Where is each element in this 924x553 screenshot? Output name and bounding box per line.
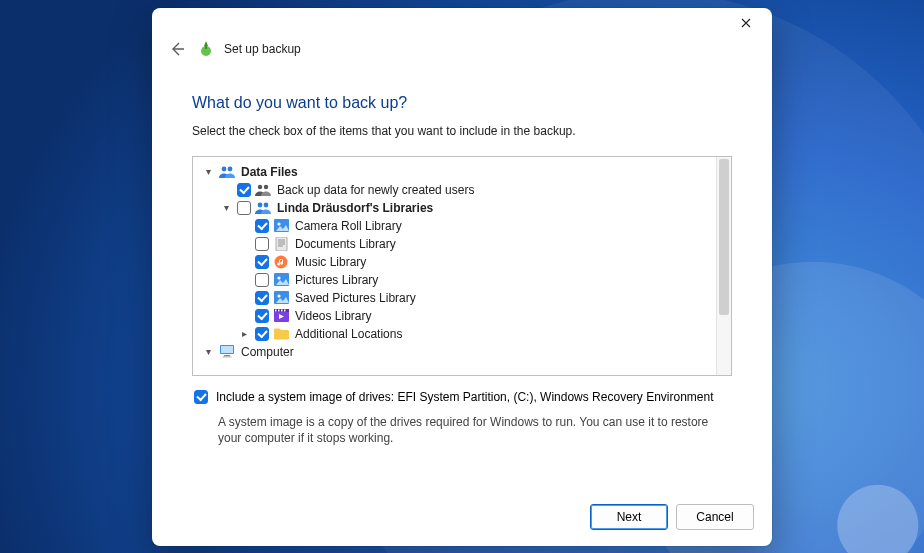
picture-library-icon — [273, 218, 289, 234]
svg-point-2 — [222, 166, 227, 171]
tree-node-data-files[interactable]: ▾ Data Files — [201, 163, 710, 181]
system-image-description: A system image is a copy of the drives r… — [218, 414, 732, 446]
folder-icon — [273, 326, 289, 342]
svg-point-7 — [264, 202, 269, 207]
picture-library-icon — [273, 272, 289, 288]
system-image-label: Include a system image of drives: EFI Sy… — [216, 390, 714, 404]
svg-point-6 — [258, 202, 263, 207]
checkbox[interactable] — [255, 309, 269, 323]
window-close-button[interactable] — [726, 9, 766, 37]
chevron-right-icon[interactable]: ▸ — [237, 325, 251, 343]
checkbox[interactable] — [255, 255, 269, 269]
tree-label: Camera Roll Library — [293, 217, 402, 235]
wizard-header: Set up backup — [152, 38, 772, 68]
tree-scroll-area[interactable]: ▾ Data Files Back up data for newly crea… — [193, 157, 716, 375]
svg-point-13 — [277, 276, 280, 279]
back-button[interactable] — [166, 38, 188, 60]
tree-node-saved-pictures[interactable]: Saved Pictures Library — [201, 289, 710, 307]
tree-label: Additional Locations — [293, 325, 402, 343]
tree-label: Saved Pictures Library — [293, 289, 416, 307]
svg-rect-24 — [224, 355, 230, 356]
tree-label: Music Library — [293, 253, 366, 271]
tree-label: Back up data for newly created users — [275, 181, 474, 199]
tree-label: Data Files — [239, 163, 298, 181]
desktop-wallpaper: Set up backup What do you want to back u… — [0, 0, 924, 553]
page-instruction: Select the check box of the items that y… — [192, 124, 732, 138]
close-icon — [741, 18, 751, 28]
page-heading: What do you want to back up? — [192, 94, 732, 112]
tree-node-additional-locations[interactable]: ▸ Additional Locations — [201, 325, 710, 343]
svg-point-3 — [228, 166, 233, 171]
tree-label: Videos Library — [293, 307, 372, 325]
backup-items-tree: ▾ Data Files Back up data for newly crea… — [192, 156, 732, 376]
checkbox[interactable] — [255, 273, 269, 287]
users-group-icon — [219, 164, 235, 180]
computer-icon — [219, 344, 235, 360]
svg-rect-1 — [205, 45, 207, 49]
tree-node-documents[interactable]: Documents Library — [201, 235, 710, 253]
checkbox[interactable] — [255, 291, 269, 305]
svg-point-4 — [258, 184, 262, 188]
svg-point-5 — [264, 184, 268, 188]
users-group-icon — [255, 200, 271, 216]
checkbox[interactable] — [237, 201, 251, 215]
document-library-icon — [273, 236, 289, 252]
next-button[interactable]: Next — [590, 504, 668, 530]
wizard-footer: Next Cancel — [152, 490, 772, 546]
system-image-section: Include a system image of drives: EFI Sy… — [192, 376, 732, 446]
titlebar — [152, 8, 772, 38]
tree-node-camera-roll[interactable]: Camera Roll Library — [201, 217, 710, 235]
tree-node-computer[interactable]: ▾ Computer — [201, 343, 710, 361]
tree-node-pictures[interactable]: Pictures Library — [201, 271, 710, 289]
svg-rect-25 — [223, 356, 232, 357]
svg-point-9 — [277, 222, 280, 225]
picture-library-icon — [273, 290, 289, 306]
back-arrow-icon — [169, 41, 185, 57]
svg-rect-23 — [221, 346, 233, 353]
system-image-checkbox[interactable] — [194, 390, 208, 404]
checkbox[interactable] — [255, 327, 269, 341]
music-library-icon — [273, 254, 289, 270]
checkbox[interactable] — [255, 237, 269, 251]
tree-node-user-libraries[interactable]: ▾ Linda Dräusdorf's Libraries — [201, 199, 710, 217]
svg-rect-20 — [281, 310, 283, 312]
tree-label: Documents Library — [293, 235, 396, 253]
video-library-icon — [273, 308, 289, 324]
users-group-icon — [255, 182, 271, 198]
tree-node-music[interactable]: Music Library — [201, 253, 710, 271]
backup-wizard-window: Set up backup What do you want to back u… — [152, 8, 772, 546]
tree-label: Computer — [239, 343, 294, 361]
chevron-down-icon[interactable]: ▾ — [201, 343, 215, 361]
checkbox[interactable] — [255, 219, 269, 233]
tree-label: Linda Dräusdorf's Libraries — [275, 199, 433, 217]
cancel-button[interactable]: Cancel — [676, 504, 754, 530]
wizard-content: What do you want to back up? Select the … — [152, 68, 772, 490]
wizard-title: Set up backup — [224, 42, 301, 56]
tree-node-videos[interactable]: Videos Library — [201, 307, 710, 325]
tree-scrollbar[interactable] — [716, 157, 731, 375]
svg-point-15 — [277, 294, 280, 297]
setup-backup-icon — [198, 41, 214, 57]
svg-rect-18 — [275, 310, 277, 312]
chevron-down-icon[interactable]: ▾ — [219, 199, 233, 217]
svg-rect-21 — [284, 310, 286, 312]
tree-label: Pictures Library — [293, 271, 378, 289]
checkbox[interactable] — [237, 183, 251, 197]
chevron-down-icon[interactable]: ▾ — [201, 163, 215, 181]
tree-node-new-users[interactable]: Back up data for newly created users — [201, 181, 710, 199]
svg-rect-19 — [278, 310, 280, 312]
